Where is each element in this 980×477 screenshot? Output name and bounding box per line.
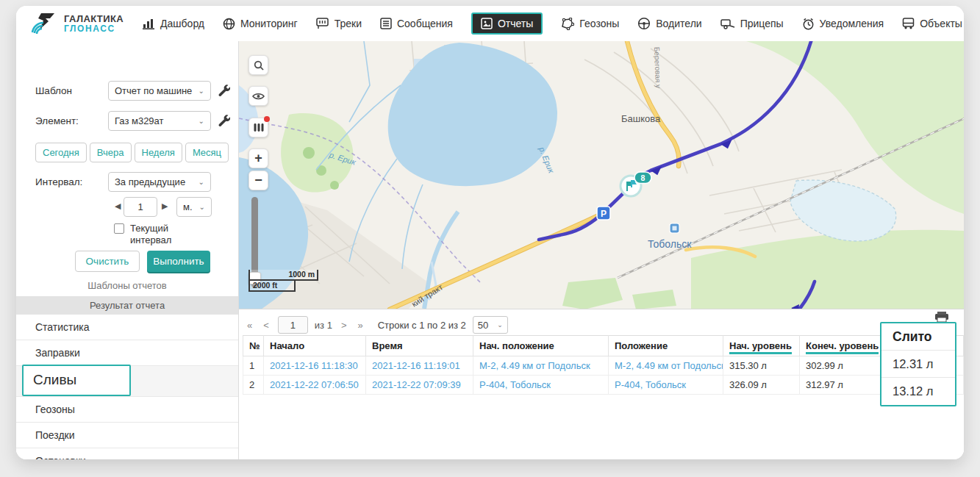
report-templates-section[interactable]: Шаблоны отчетов [16, 280, 238, 291]
zoom-in-button[interactable]: + [248, 148, 268, 168]
report-table-region: « < из 1 > » Строки с 1 по 2 из 2 50⌄ [239, 310, 964, 459]
decrement-arrow[interactable]: ◀ [115, 201, 121, 211]
row1-start-link[interactable]: 2021-12-16 11:18:30 [264, 356, 366, 376]
interval-unit-select[interactable]: м.⌄ [176, 197, 212, 217]
row2-start-pos-link[interactable]: Р-404, Тобольск [473, 376, 609, 395]
prev-page-button[interactable]: < [261, 318, 271, 332]
map-label-street: Береговая у [653, 47, 662, 89]
template-settings-wrench-icon[interactable] [218, 84, 230, 99]
week-button[interactable]: Неделя [135, 143, 182, 162]
sidebar-item-statistics[interactable]: Статистика [16, 315, 238, 340]
sidebar-item-trips[interactable]: Поездки [16, 423, 238, 448]
col-num: № [243, 336, 264, 356]
brand-logo[interactable]: ГАЛАКТИКА ГЛОНАСС [29, 12, 124, 35]
current-interval-checkbox-row[interactable]: Текущий интервал [114, 223, 182, 247]
last-page-button[interactable]: » [356, 318, 365, 332]
drained-column-callout: Слито 12.31 л 13.12 л [880, 322, 956, 406]
map-search-button[interactable] [248, 55, 268, 75]
interval-select[interactable]: За предыдущие⌄ [108, 172, 211, 192]
chevron-down-icon: ⌄ [199, 203, 205, 211]
scale-metric: 1000 m [248, 270, 318, 281]
brand-name: ГАЛАКТИКА ГЛОНАСС [64, 14, 124, 33]
template-row: Шаблон Отчет по машине⌄ [16, 81, 238, 101]
interval-row: Интервал: За предыдущие⌄ [16, 172, 238, 193]
nav-item-drivers[interactable]: Водители [637, 17, 701, 30]
polygon-icon [561, 18, 574, 30]
notification-dot [264, 116, 270, 122]
page-of-label: из 1 [315, 320, 332, 331]
row2-time-link[interactable]: 2021-12-22 07:09:39 [366, 376, 473, 395]
nav-item-tracks[interactable]: Треки [316, 18, 362, 29]
map-layers-button[interactable] [248, 118, 268, 137]
col-end-level: Конеч. уровень [800, 336, 881, 356]
col-start-level: Нач. уровень [723, 336, 800, 356]
report-result-section[interactable]: Результат отчета [16, 296, 238, 315]
pagination-bar: « < из 1 > » Строки с 1 по 2 из 2 50⌄ [245, 316, 508, 334]
increment-arrow[interactable]: ▶ [162, 201, 168, 211]
nav-item-objects[interactable]: Объекты [902, 18, 962, 29]
quick-range-buttons: Сегодня Вчера Неделя Месяц [35, 143, 229, 162]
run-button[interactable]: Выполнить [147, 251, 210, 272]
row1-start-pos-link[interactable]: М-2, 4.49 км от Подольск [473, 356, 609, 376]
map-canvas[interactable]: Башкова Тобольск р. Ерик р. Ерик Берегов… [239, 41, 964, 309]
clear-button[interactable]: Очистить [75, 251, 140, 272]
trailer-icon [720, 18, 735, 29]
element-settings-wrench-icon[interactable] [218, 114, 230, 129]
table-header-row: № Начало Время Нач. положение Положение … [243, 336, 964, 356]
template-select[interactable]: Отчет по машине⌄ [108, 81, 211, 101]
galaktika-logo-icon [29, 12, 59, 35]
nav-item-geozones[interactable]: Геозоны [561, 18, 619, 30]
scale-imperial: 2000 ft [248, 281, 296, 292]
city-poi-icon[interactable] [670, 223, 679, 233]
row2-start-link[interactable]: 2021-12-22 07:06:50 [264, 376, 366, 395]
track-flag-icon [316, 18, 329, 29]
nav-item-messages[interactable]: Сообщения [380, 18, 453, 29]
interval-count-input[interactable] [124, 197, 157, 217]
yesterday-button[interactable]: Вчера [90, 143, 132, 162]
chevron-down-icon: ⌄ [198, 117, 204, 125]
top-navigation-bar: ГАЛАКТИКА ГЛОНАСС Дашборд Мониторинг Тре… [16, 6, 964, 41]
nav-item-trailers[interactable]: Прицепы [720, 18, 784, 29]
sidebar-item-geozones[interactable]: Геозоны [16, 397, 238, 423]
map-label-town: Башкова [621, 113, 661, 124]
current-interval-checkbox[interactable] [114, 223, 124, 234]
nav-item-dashboard[interactable]: Дашборд [143, 18, 204, 29]
interval-stepper: ◀ ▶ м.⌄ [16, 197, 238, 218]
today-button[interactable]: Сегодня [35, 143, 87, 162]
row2-pos-link[interactable]: Р-404, Тобольск [609, 376, 723, 395]
sidebar-item-refuels[interactable]: Заправки [16, 340, 238, 366]
page-number-input[interactable] [278, 316, 308, 334]
alarm-clock-icon [802, 18, 815, 30]
next-page-button[interactable]: > [339, 318, 349, 332]
row1-pos-link[interactable]: М-2, 4.49 км от Подольск [609, 356, 723, 376]
element-select[interactable]: Газ м329ат⌄ [108, 111, 211, 131]
page-size-select[interactable]: 50⌄ [473, 316, 508, 334]
map-visibility-button[interactable] [248, 86, 268, 106]
app-window: ГАЛАКТИКА ГЛОНАСС Дашборд Мониторинг Тре… [16, 6, 964, 459]
nav-item-monitoring[interactable]: Мониторинг [223, 18, 298, 30]
bus-icon [902, 18, 915, 29]
drains-highlight-callout: Сливы [22, 365, 131, 396]
element-row: Элемент: Газ м329ат⌄ [16, 111, 238, 132]
row1-time-link[interactable]: 2021-12-16 11:19:01 [366, 356, 473, 376]
nav-item-reports[interactable]: Отчеты [471, 12, 543, 35]
drains-report-table: № Начало Время Нач. положение Положение … [243, 335, 964, 395]
month-button[interactable]: Месяц [185, 143, 229, 162]
report-sidebar: Шаблон Отчет по машине⌄ Элемент: Газ м32… [16, 41, 239, 459]
drained-value: 12.31 л [881, 351, 955, 378]
sidebar-item-stops[interactable]: Остановки [16, 448, 238, 459]
template-label: Шаблон [35, 85, 72, 96]
bar-chart-icon [143, 18, 155, 29]
table-row: 1 2021-12-16 11:18:30 2021-12-16 11:19:0… [243, 356, 964, 376]
main-nav: Дашборд Мониторинг Треки Сообщения Отчет… [143, 12, 962, 35]
parking-marker[interactable]: P [597, 207, 610, 220]
drained-header: Слито [881, 323, 955, 351]
cluster-count-badge: 8 [634, 172, 651, 184]
chevron-down-icon: ⌄ [198, 87, 204, 95]
nav-item-notifications[interactable]: Уведомления [802, 18, 884, 30]
zoom-out-button[interactable]: − [248, 171, 268, 190]
map-scale: 1000 m 2000 ft [248, 270, 318, 292]
drained-value: 13.12 л [881, 378, 955, 405]
eye-icon [252, 92, 265, 101]
first-page-button[interactable]: « [245, 318, 254, 332]
